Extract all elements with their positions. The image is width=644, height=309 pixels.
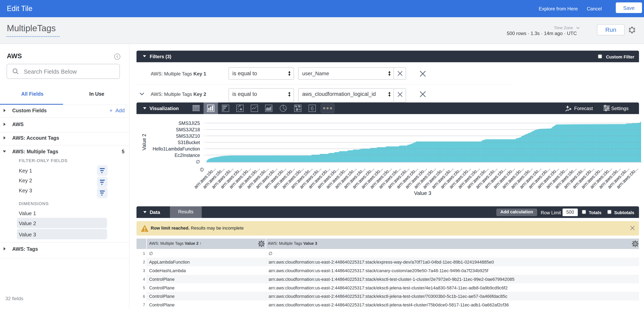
svg-text:6: 6 — [310, 105, 314, 112]
svg-text:∅: ∅ — [198, 166, 205, 173]
